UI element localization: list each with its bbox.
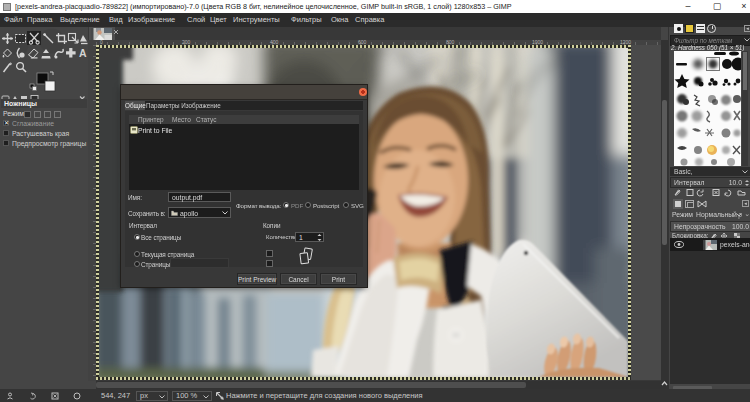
svg-text:A: A xyxy=(79,47,87,59)
